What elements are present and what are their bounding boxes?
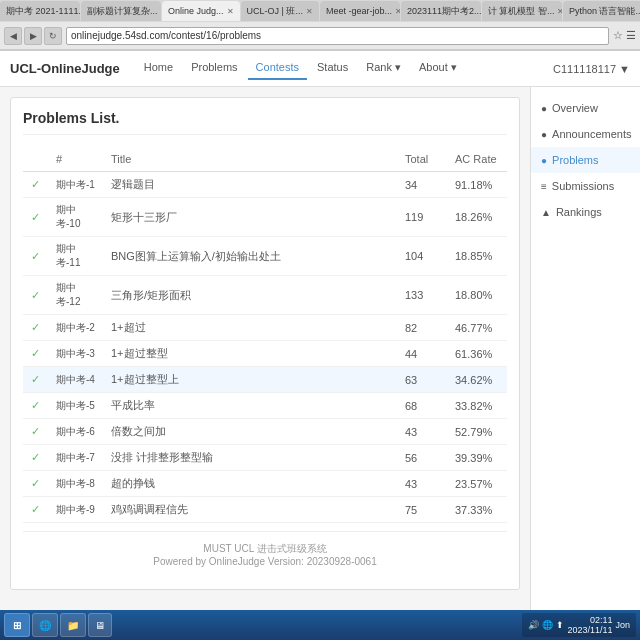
row-acrate: 34.62% bbox=[447, 367, 507, 393]
browser-toolbar: ◀ ▶ ↻ onlinejudge.54sd.com/contest/16/pr… bbox=[0, 22, 640, 50]
row-id: 期中考-7 bbox=[48, 445, 103, 471]
row-id: 期中考-4 bbox=[48, 367, 103, 393]
back-button[interactable]: ◀ bbox=[4, 27, 22, 45]
row-acrate: 23.57% bbox=[447, 471, 507, 497]
row-title[interactable]: 没排 计排整形整型输 bbox=[103, 445, 397, 471]
row-total: 75 bbox=[397, 497, 447, 523]
row-title[interactable]: BNG图算上运算输入/初始输出处土 bbox=[103, 237, 397, 276]
browser-tab-6[interactable]: 2023111期中考2... ✕ bbox=[401, 1, 481, 21]
nav-status[interactable]: Status bbox=[309, 57, 356, 80]
forward-button[interactable]: ▶ bbox=[24, 27, 42, 45]
row-total: 68 bbox=[397, 393, 447, 419]
row-title[interactable]: 超的挣钱 bbox=[103, 471, 397, 497]
row-check: ✓ bbox=[23, 367, 48, 393]
row-title[interactable]: 平成比率 bbox=[103, 393, 397, 419]
address-bar[interactable]: onlinejudge.54sd.com/contest/16/problems bbox=[66, 27, 609, 45]
row-title[interactable]: 1+超过 bbox=[103, 315, 397, 341]
col-header-check bbox=[23, 147, 48, 172]
refresh-button[interactable]: ↻ bbox=[44, 27, 62, 45]
row-title[interactable]: 1+超过整型 bbox=[103, 341, 397, 367]
main-content: Problems List. # Title Total AC Rate ✓ 期… bbox=[0, 87, 530, 640]
row-acrate: 61.36% bbox=[447, 341, 507, 367]
col-header-acrate: AC Rate bbox=[447, 147, 507, 172]
row-id: 期中考-9 bbox=[48, 497, 103, 523]
tab-close-3[interactable]: ✕ bbox=[227, 7, 234, 16]
browser-tab-1[interactable]: 期中考 2021-1111... ✕ bbox=[0, 1, 80, 21]
nav-home[interactable]: Home bbox=[136, 57, 181, 80]
menu-icon[interactable]: ☰ bbox=[626, 29, 636, 42]
rankings-icon: ▲ bbox=[541, 207, 551, 218]
row-title[interactable]: 倍数之间加 bbox=[103, 419, 397, 445]
browser-icons: ☆ ☰ bbox=[613, 29, 636, 42]
row-title[interactable]: 矩形十三形厂 bbox=[103, 198, 397, 237]
sidebar-item-problems[interactable]: ● Problems bbox=[531, 147, 640, 173]
sidebar-item-rankings[interactable]: ▲ Rankings bbox=[531, 199, 640, 225]
row-acrate: 18.26% bbox=[447, 198, 507, 237]
browser-tab-8[interactable]: Python 语言智能... ✕ bbox=[563, 1, 640, 21]
nav-problems[interactable]: Problems bbox=[183, 57, 245, 80]
row-check: ✓ bbox=[23, 419, 48, 445]
tray-user: Jon bbox=[615, 620, 630, 630]
nav-about[interactable]: About ▾ bbox=[411, 57, 465, 80]
row-check: ✓ bbox=[23, 341, 48, 367]
row-id: 期中考-5 bbox=[48, 393, 103, 419]
tray-icon-3: ⬆ bbox=[556, 620, 564, 630]
row-acrate: 52.79% bbox=[447, 419, 507, 445]
row-id: 期中考-1 bbox=[48, 172, 103, 198]
submissions-icon: ≡ bbox=[541, 181, 547, 192]
row-title[interactable]: 1+超过整型上 bbox=[103, 367, 397, 393]
row-total: 34 bbox=[397, 172, 447, 198]
row-check: ✓ bbox=[23, 445, 48, 471]
browser-tab-5[interactable]: Meet -gear-job... ✕ bbox=[320, 1, 400, 21]
row-id: 期中考-6 bbox=[48, 419, 103, 445]
row-acrate: 39.39% bbox=[447, 445, 507, 471]
page-wrapper: Problems List. # Title Total AC Rate ✓ 期… bbox=[0, 87, 640, 640]
star-icon[interactable]: ☆ bbox=[613, 29, 623, 42]
table-row: ✓ 期中考-7 没排 计排整形整型输 56 39.39% bbox=[23, 445, 507, 471]
browser-tab-3[interactable]: Online Judg... ✕ bbox=[162, 1, 240, 21]
row-total: 43 bbox=[397, 471, 447, 497]
browser-tab-4[interactable]: UCL-OJ | 班... ✕ bbox=[241, 1, 319, 21]
row-title[interactable]: 逻辑题目 bbox=[103, 172, 397, 198]
row-title[interactable]: 鸡鸡调调程信先 bbox=[103, 497, 397, 523]
user-area[interactable]: C111118117 ▼ bbox=[553, 63, 630, 75]
table-row: ✓ 期中考-3 1+超过整型 44 61.36% bbox=[23, 341, 507, 367]
sidebar-item-announcements[interactable]: ● Announcements bbox=[531, 121, 640, 147]
row-title[interactable]: 三角形/矩形面积 bbox=[103, 276, 397, 315]
row-check: ✓ bbox=[23, 198, 48, 237]
taskbar-ie[interactable]: 🌐 bbox=[32, 613, 58, 637]
row-check: ✓ bbox=[23, 393, 48, 419]
tab-close-4[interactable]: ✕ bbox=[306, 7, 313, 16]
nav-items: Home Problems Contests Status Rank ▾ Abo… bbox=[136, 57, 553, 80]
nav-contests[interactable]: Contests bbox=[248, 57, 307, 80]
browser-tab-2[interactable]: 副标题计算复杂... ✕ bbox=[81, 1, 161, 21]
col-header-total: Total bbox=[397, 147, 447, 172]
problems-icon: ● bbox=[541, 155, 547, 166]
browser-tab-7[interactable]: 计 算机模型 智... ✕ bbox=[482, 1, 562, 21]
table-row: ✓ 期中考-2 1+超过 82 46.77% bbox=[23, 315, 507, 341]
sidebar-item-overview[interactable]: ● Overview bbox=[531, 95, 640, 121]
taskbar-tray: 🔊 🌐 ⬆ 02:11 2023/11/11 Jon bbox=[522, 613, 636, 637]
row-check: ✓ bbox=[23, 471, 48, 497]
row-total: 133 bbox=[397, 276, 447, 315]
row-acrate: 91.18% bbox=[447, 172, 507, 198]
problems-table: # Title Total AC Rate ✓ 期中考-1 逻辑题目 34 91… bbox=[23, 147, 507, 523]
table-row: ✓ 期中考-11 BNG图算上运算输入/初始输出处土 104 18.85% bbox=[23, 237, 507, 276]
start-button[interactable]: ⊞ bbox=[4, 613, 30, 637]
announcements-icon: ● bbox=[541, 129, 547, 140]
taskbar-monitor[interactable]: 🖥 bbox=[88, 613, 112, 637]
row-total: 119 bbox=[397, 198, 447, 237]
table-row: ✓ 期中考-10 矩形十三形厂 119 18.26% bbox=[23, 198, 507, 237]
tab-bar: 期中考 2021-1111... ✕ 副标题计算复杂... ✕ Online J… bbox=[0, 0, 640, 22]
taskbar-folder[interactable]: 📁 bbox=[60, 613, 86, 637]
row-total: 104 bbox=[397, 237, 447, 276]
sidebar-item-submissions[interactable]: ≡ Submissions bbox=[531, 173, 640, 199]
overview-icon: ● bbox=[541, 103, 547, 114]
row-total: 63 bbox=[397, 367, 447, 393]
tab-close-5[interactable]: ✕ bbox=[395, 7, 400, 16]
content-card: Problems List. # Title Total AC Rate ✓ 期… bbox=[10, 97, 520, 590]
row-check: ✓ bbox=[23, 315, 48, 341]
nav-rank[interactable]: Rank ▾ bbox=[358, 57, 409, 80]
row-id: 期中考-8 bbox=[48, 471, 103, 497]
tab-close-7[interactable]: ✕ bbox=[557, 7, 561, 16]
